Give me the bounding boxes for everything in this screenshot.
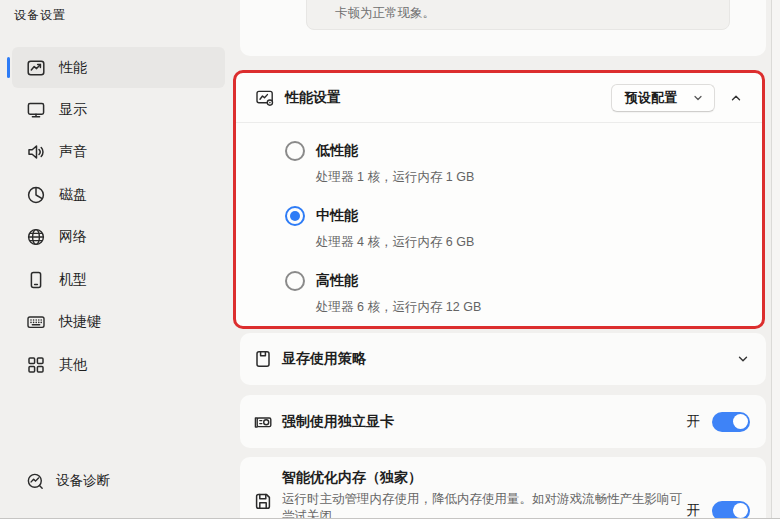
memory-toggle[interactable] <box>712 501 750 519</box>
sidebar-item-label: 显示 <box>59 101 87 119</box>
grid-icon <box>26 355 46 375</box>
radio-option-high-performance[interactable]: 高性能 处理器 6 核，运行内存 12 GB <box>285 271 481 316</box>
radio-option-label: 中性能 <box>316 207 358 225</box>
radio-option-desc: 处理器 1 核，运行内存 1 GB <box>316 169 474 186</box>
smart-memory-desc: 运行时主动管理内存使用，降低内存使用量。如对游戏流畅性产生影响可尝试关闭。 <box>282 491 687 519</box>
device-diagnostics-label: 设备诊断 <box>56 472 110 490</box>
header-divider <box>236 122 762 123</box>
selected-indicator-bar <box>7 57 10 78</box>
disk-pie-icon <box>26 185 46 205</box>
keyboard-icon <box>26 312 46 332</box>
smart-memory-section: 智能优化内存（独家） 运行时主动管理内存使用，降低内存使用量。如对游戏流畅性产生… <box>240 457 766 519</box>
radio-option-label: 低性能 <box>316 142 358 160</box>
previous-section-card: 卡顿为正常现象。 <box>240 0 766 56</box>
sidebar-item-label: 声音 <box>59 143 87 161</box>
vram-strategy-section[interactable]: 显存使用策略 <box>240 333 766 385</box>
scrollbar-track[interactable] <box>771 0 780 519</box>
vram-strategy-title: 显存使用策略 <box>282 350 366 368</box>
sidebar-item-display[interactable]: 显示 <box>12 89 225 130</box>
smart-memory-title: 智能优化内存（独家） <box>282 469 687 487</box>
performance-chart-icon <box>26 58 46 78</box>
sidebar-item-performance[interactable]: 性能 <box>12 47 225 88</box>
radio-icon <box>285 271 305 291</box>
diagnostic-icon <box>26 472 45 491</box>
radio-option-desc: 处理器 4 核，运行内存 6 GB <box>316 234 474 251</box>
performance-settings-title: 性能设置 <box>285 89 341 107</box>
device-icon <box>26 270 46 290</box>
chevron-up-icon <box>729 91 743 105</box>
performance-settings-header: 性能设置 预设配置 <box>236 73 762 122</box>
sidebar-item-shortcuts[interactable]: 快捷键 <box>12 301 225 342</box>
gpu-card-icon <box>253 412 273 432</box>
gpu-toggle[interactable] <box>712 412 750 432</box>
memory-toggle-state-label: 开 <box>687 502 701 519</box>
monitor-icon <box>26 100 46 120</box>
sidebar-item-label: 快捷键 <box>59 313 101 331</box>
radio-option-medium-performance[interactable]: 中性能 处理器 4 核，运行内存 6 GB <box>285 206 474 251</box>
previous-section-note-text: 卡顿为正常现象。 <box>335 5 435 22</box>
previous-section-note-panel: 卡顿为正常现象。 <box>306 0 730 30</box>
performance-settings-section: 性能设置 预设配置 低性能 处理器 1 核，运行内存 1 GB <box>233 70 765 329</box>
sidebar-item-other[interactable]: 其他 <box>12 344 225 385</box>
chevron-down-icon[interactable] <box>736 352 750 366</box>
sidebar-item-model[interactable]: 机型 <box>12 259 225 300</box>
radio-option-low-performance[interactable]: 低性能 处理器 1 核，运行内存 1 GB <box>285 141 474 186</box>
performance-settings-icon <box>255 88 275 108</box>
sidebar-item-label: 机型 <box>59 271 87 289</box>
globe-icon <box>26 227 46 247</box>
force-discrete-gpu-title: 强制使用独立显卡 <box>282 413 394 431</box>
preset-config-label: 预设配置 <box>625 89 677 107</box>
device-settings-dialog: 设备设置 性能 显示 声音 <box>0 0 780 519</box>
collapse-section-button[interactable] <box>723 85 749 111</box>
floppy-save-icon <box>253 491 273 511</box>
vram-save-icon <box>253 349 273 369</box>
sidebar-item-label: 其他 <box>59 356 87 374</box>
sidebar-item-label: 磁盘 <box>59 186 87 204</box>
device-diagnostics-button[interactable]: 设备诊断 <box>18 467 110 495</box>
sidebar-item-label: 网络 <box>59 228 87 246</box>
radio-icon <box>285 206 305 226</box>
gpu-toggle-state-label: 开 <box>687 413 701 431</box>
sidebar-item-disk[interactable]: 磁盘 <box>12 174 225 215</box>
radio-option-label: 高性能 <box>316 272 358 290</box>
toggle-knob <box>733 414 748 429</box>
sidebar-item-label: 性能 <box>59 59 87 77</box>
radio-option-desc: 处理器 6 核，运行内存 12 GB <box>316 299 481 316</box>
sidebar: 性能 显示 声音 磁盘 网络 <box>0 0 232 519</box>
sidebar-item-network[interactable]: 网络 <box>12 216 225 257</box>
chevron-down-icon <box>692 92 704 104</box>
radio-icon <box>285 141 305 161</box>
preset-config-dropdown[interactable]: 预设配置 <box>611 84 715 112</box>
force-discrete-gpu-section: 强制使用独立显卡 开 <box>240 395 766 448</box>
sidebar-item-sound[interactable]: 声音 <box>12 131 225 172</box>
speaker-icon <box>26 142 46 162</box>
toggle-knob <box>733 503 748 518</box>
